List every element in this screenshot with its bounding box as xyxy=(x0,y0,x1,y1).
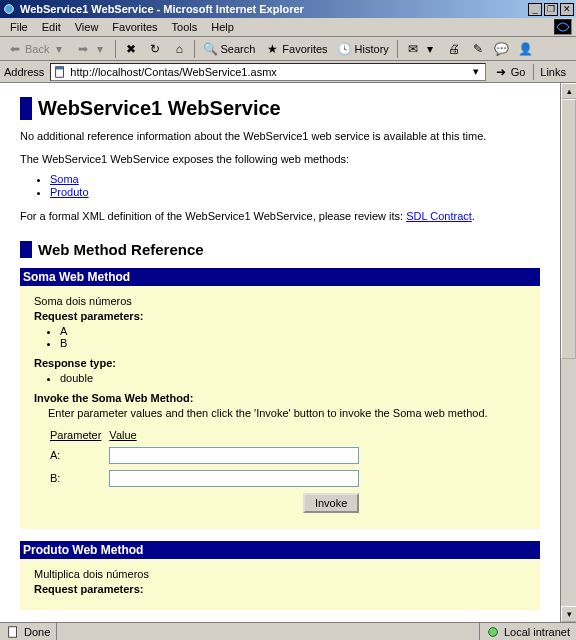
minimize-button[interactable]: _ xyxy=(528,3,542,16)
statusbar: Done Local intranet xyxy=(0,622,576,640)
list-item: Produto xyxy=(50,186,540,198)
menu-edit[interactable]: Edit xyxy=(36,20,67,34)
menu-tools[interactable]: Tools xyxy=(166,20,204,34)
address-label: Address xyxy=(4,66,46,78)
status-text: Done xyxy=(24,626,50,638)
close-button[interactable]: ✕ xyxy=(560,3,574,16)
link-produto[interactable]: Produto xyxy=(50,186,89,198)
edit-icon: ✎ xyxy=(471,42,485,56)
stop-icon: ✖ xyxy=(124,42,138,56)
soma-resp-label: Response type: xyxy=(34,357,116,369)
page-title: WebService1 WebService xyxy=(20,97,540,120)
produto-method-bar: Produto Web Method xyxy=(20,541,540,559)
scroll-thumb[interactable] xyxy=(561,99,576,359)
method-list: Soma Produto xyxy=(50,173,540,198)
stop-button[interactable]: ✖ xyxy=(120,40,142,58)
chevron-down-icon: ▾ xyxy=(93,42,107,56)
param-item: A xyxy=(60,325,540,337)
page-icon xyxy=(6,625,20,639)
messenger-button[interactable]: 👤 xyxy=(515,40,537,58)
soma-method-box: Soma dois números Request parameters: A … xyxy=(20,286,540,529)
toolbar: ⬅ Back ▾ ➡ ▾ ✖ ↻ ⌂ 🔍 Search ★ Favorites … xyxy=(0,37,576,61)
page-content: WebService1 WebService No additional ref… xyxy=(0,83,560,622)
search-button[interactable]: 🔍 Search xyxy=(199,40,259,58)
menu-file[interactable]: File xyxy=(4,20,34,34)
param-b-label: B: xyxy=(50,468,107,489)
back-icon: ⬅ xyxy=(8,42,22,56)
history-button[interactable]: 🕓 History xyxy=(334,40,393,58)
address-input[interactable] xyxy=(70,66,468,78)
messenger-icon: 👤 xyxy=(519,42,533,56)
home-button[interactable]: ⌂ xyxy=(168,40,190,58)
svg-point-0 xyxy=(5,5,14,14)
svg-point-4 xyxy=(489,627,498,636)
favorites-label: Favorites xyxy=(282,43,327,55)
discuss-button[interactable]: 💬 xyxy=(491,40,513,58)
edit-button[interactable]: ✎ xyxy=(467,40,489,58)
menu-favorites[interactable]: Favorites xyxy=(106,20,163,34)
viewport: WebService1 WebService No additional ref… xyxy=(0,83,576,622)
discuss-icon: 💬 xyxy=(495,42,509,56)
ie-logo-icon xyxy=(554,19,572,35)
param-b-input[interactable] xyxy=(109,470,359,487)
go-icon: ➜ xyxy=(494,65,508,79)
back-button[interactable]: ⬅ Back ▾ xyxy=(4,40,70,58)
window-titlebar: WebService1 WebService - Microsoft Inter… xyxy=(0,0,576,18)
forward-button[interactable]: ➡ ▾ xyxy=(72,40,111,58)
value-header: Value xyxy=(109,427,365,443)
exposes-text: The WebService1 WebService exposes the f… xyxy=(20,151,540,168)
param-a-label: A: xyxy=(50,445,107,466)
resp-item: double xyxy=(60,372,540,384)
link-soma[interactable]: Soma xyxy=(50,173,79,185)
produto-method-box: Multiplica dois números Request paramete… xyxy=(20,559,540,610)
forward-icon: ➡ xyxy=(76,42,90,56)
soma-invoke-text: Enter parameter values and then click th… xyxy=(48,407,540,419)
back-label: Back xyxy=(25,43,49,55)
menu-help[interactable]: Help xyxy=(205,20,240,34)
address-bar: Address ▾ ➜ Go Links xyxy=(0,61,576,83)
formal-text: For a formal XML definition of the WebSe… xyxy=(20,208,540,225)
print-button[interactable]: 🖨 xyxy=(443,40,465,58)
param-a-input[interactable] xyxy=(109,447,359,464)
produto-req-label: Request parameters: xyxy=(34,583,143,595)
search-label: Search xyxy=(220,43,255,55)
produto-desc: Multiplica dois números xyxy=(34,568,540,580)
soma-method-bar: Soma Web Method xyxy=(20,268,540,286)
go-label: Go xyxy=(511,66,526,78)
refresh-button[interactable]: ↻ xyxy=(144,40,166,58)
address-dropdown[interactable]: ▾ xyxy=(469,65,483,78)
mail-icon: ✉ xyxy=(406,42,420,56)
soma-req-label: Request parameters: xyxy=(34,310,143,322)
maximize-button[interactable]: ❐ xyxy=(544,3,558,16)
scroll-down-button[interactable]: ▾ xyxy=(561,606,576,622)
method-ref-heading: Web Method Reference xyxy=(20,241,540,258)
soma-desc: Soma dois números xyxy=(34,295,540,307)
zone-icon xyxy=(486,625,500,639)
favorites-button[interactable]: ★ Favorites xyxy=(261,40,331,58)
favorites-icon: ★ xyxy=(265,42,279,56)
mail-button[interactable]: ✉▾ xyxy=(402,40,441,58)
go-button[interactable]: ➜ Go xyxy=(490,63,530,81)
param-item: B xyxy=(60,337,540,349)
ie-icon xyxy=(2,2,16,16)
chevron-down-icon: ▾ xyxy=(423,42,437,56)
formal-pre: For a formal XML definition of the WebSe… xyxy=(20,210,406,222)
soma-invoke-label: Invoke the Soma Web Method: xyxy=(34,392,193,404)
intro-text: No additional reference information abou… xyxy=(20,128,540,145)
status-zone: Local intranet xyxy=(504,626,570,638)
links-button[interactable]: Links xyxy=(533,64,572,80)
svg-rect-2 xyxy=(56,66,64,69)
menu-view[interactable]: View xyxy=(69,20,105,34)
param-table: Parameter Value A: B: Invoke xyxy=(48,425,367,517)
link-sdl-contract[interactable]: SDL Contract xyxy=(406,210,472,222)
history-icon: 🕓 xyxy=(338,42,352,56)
param-header: Parameter xyxy=(50,427,107,443)
vertical-scrollbar[interactable]: ▴ ▾ xyxy=(560,83,576,622)
scroll-up-button[interactable]: ▴ xyxy=(561,83,576,99)
window-title: WebService1 WebService - Microsoft Inter… xyxy=(20,3,528,15)
invoke-button[interactable]: Invoke xyxy=(303,493,359,513)
refresh-icon: ↻ xyxy=(148,42,162,56)
list-item: Soma xyxy=(50,173,540,185)
search-icon: 🔍 xyxy=(203,42,217,56)
menubar: File Edit View Favorites Tools Help xyxy=(0,18,576,37)
